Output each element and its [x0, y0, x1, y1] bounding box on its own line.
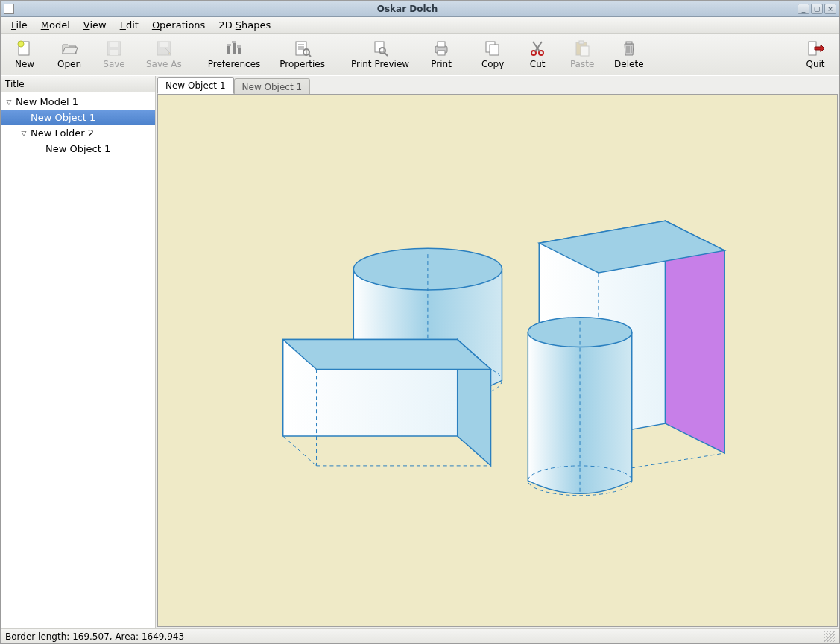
copy-button[interactable]: Copy: [470, 35, 515, 73]
status-text: Border length: 169.507, Area: 1649.943: [5, 631, 184, 642]
tree-item-object[interactable]: New Object 1: [1, 141, 155, 157]
menu-operations[interactable]: Operations: [146, 18, 211, 32]
save-as-button: Save As: [136, 35, 192, 73]
tree-item-object[interactable]: New Object 1: [1, 110, 155, 125]
window-controls: _ ▢ ×: [798, 4, 836, 14]
maximize-button[interactable]: ▢: [811, 4, 823, 14]
save-as-icon: [155, 40, 173, 57]
model-tree[interactable]: ▽ New Model 1 New Object 1 ▽ New Folder …: [1, 92, 155, 628]
svg-rect-33: [581, 46, 589, 56]
open-icon: [60, 40, 78, 57]
print-preview-button[interactable]: Print Preview: [341, 35, 419, 73]
svg-rect-34: [626, 42, 632, 44]
sidebar-header[interactable]: Title: [1, 76, 155, 92]
svg-line-21: [385, 53, 388, 56]
resize-grip[interactable]: [824, 631, 835, 642]
expander-icon[interactable]: ▽: [19, 128, 29, 139]
new-button[interactable]: New: [2, 35, 47, 73]
paste-icon: [573, 40, 591, 57]
preferences-button[interactable]: Preferences: [198, 35, 271, 73]
shapes-viewport: [158, 95, 837, 626]
cut-icon: [528, 40, 546, 57]
svg-rect-32: [579, 41, 584, 44]
print-preview-icon: [371, 40, 389, 57]
menu-file[interactable]: File: [5, 18, 34, 32]
svg-rect-3: [110, 42, 118, 47]
shape-box-long[interactable]: [283, 340, 491, 466]
tab-object-2[interactable]: New Object 1: [234, 78, 311, 95]
menubar: File Model View Edit Operations 2D Shape…: [1, 17, 839, 34]
paste-button: Paste: [560, 35, 604, 73]
svg-rect-11: [232, 41, 236, 43]
save-button: Save: [92, 35, 136, 73]
print-button[interactable]: Print: [419, 35, 464, 73]
shape-cylinder-small[interactable]: [528, 318, 631, 496]
tabs: New Object 1 New Object 1: [156, 76, 839, 94]
svg-line-55: [283, 436, 317, 466]
svg-rect-8: [233, 42, 236, 54]
main-area: Title ▽ New Model 1 New Object 1 ▽ New F…: [1, 75, 839, 628]
toolbar-separator: [195, 40, 195, 69]
svg-rect-24: [438, 51, 445, 55]
menu-view[interactable]: View: [78, 18, 113, 32]
app-window: Oskar Dolch _ ▢ × File Model View Edit O…: [0, 0, 840, 644]
save-icon: [105, 40, 123, 57]
menu-model[interactable]: Model: [35, 18, 76, 32]
delete-button[interactable]: Delete: [604, 35, 653, 73]
new-icon: [16, 40, 34, 57]
svg-rect-6: [160, 42, 168, 47]
app-icon: [4, 4, 14, 14]
content-area: New Object 1 New Object 1: [156, 76, 839, 628]
preferences-icon: [225, 40, 243, 57]
menu-2d-shapes[interactable]: 2D Shapes: [212, 18, 277, 32]
toolbar-separator: [467, 40, 467, 69]
svg-line-18: [309, 54, 311, 57]
properties-button[interactable]: Properties: [270, 35, 335, 73]
tab-object-1[interactable]: New Object 1: [157, 77, 234, 94]
titlebar[interactable]: Oskar Dolch _ ▢ ×: [1, 1, 839, 17]
delete-icon: [620, 40, 638, 57]
quit-icon: [806, 40, 824, 57]
copy-icon: [484, 40, 502, 57]
canvas[interactable]: [157, 94, 838, 627]
toolbar: New Open Save Save As Preferences Proper…: [1, 34, 839, 75]
svg-point-1: [18, 41, 24, 47]
svg-rect-13: [296, 42, 306, 55]
svg-rect-26: [490, 45, 499, 55]
print-icon: [432, 40, 450, 57]
svg-marker-53: [283, 340, 491, 370]
toolbar-separator: [338, 40, 338, 69]
open-button[interactable]: Open: [47, 35, 92, 73]
tree-item-model[interactable]: ▽ New Model 1: [1, 94, 155, 110]
quit-button[interactable]: Quit: [793, 35, 838, 73]
svg-rect-23: [438, 42, 445, 47]
properties-icon: [294, 40, 312, 57]
menu-edit[interactable]: Edit: [114, 18, 145, 32]
toolbar-spacer: [654, 35, 793, 73]
tree-item-folder[interactable]: ▽ New Folder 2: [1, 125, 155, 141]
svg-rect-4: [110, 50, 118, 55]
expander-icon[interactable]: ▽: [4, 97, 14, 107]
cut-button[interactable]: Cut: [515, 35, 560, 73]
sidebar: Title ▽ New Model 1 New Object 1 ▽ New F…: [1, 76, 156, 628]
svg-rect-9: [238, 47, 241, 54]
window-title: Oskar Dolch: [17, 4, 798, 14]
svg-rect-10: [227, 44, 231, 46]
close-button[interactable]: ×: [824, 4, 836, 14]
statusbar: Border length: 169.507, Area: 1649.943: [1, 628, 839, 643]
minimize-button[interactable]: _: [798, 4, 809, 14]
svg-rect-7: [227, 45, 230, 54]
svg-rect-12: [237, 45, 241, 48]
